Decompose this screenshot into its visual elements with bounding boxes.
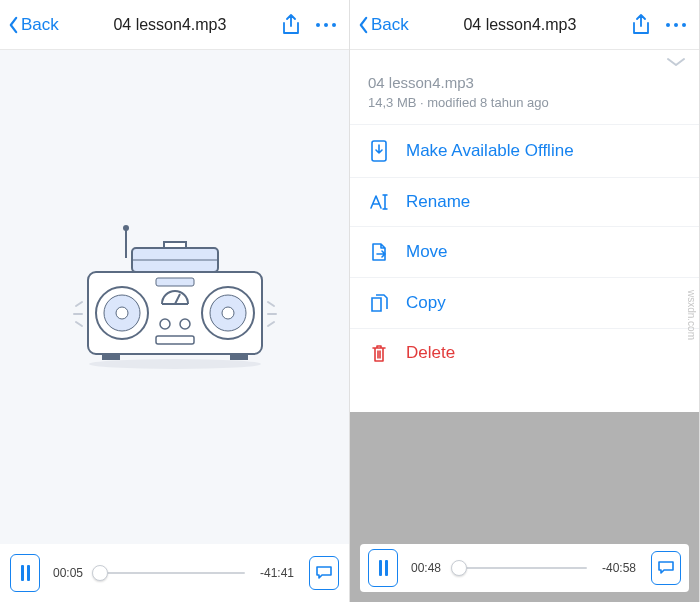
svg-point-24 bbox=[666, 23, 670, 27]
nav-actions bbox=[631, 14, 691, 36]
more-icon[interactable] bbox=[315, 22, 337, 28]
scrubber-thumb[interactable] bbox=[92, 565, 108, 581]
file-name: 04 lesson4.mp3 bbox=[368, 74, 681, 91]
svg-point-23 bbox=[89, 359, 261, 369]
watermark: wsxdn.com bbox=[686, 290, 697, 340]
svg-point-4 bbox=[123, 225, 129, 231]
file-subtitle: 14,3 MB · modified 8 tahun ago bbox=[368, 95, 681, 110]
player-controls: 00:48 -40:58 bbox=[360, 544, 689, 592]
rename-icon bbox=[368, 193, 390, 211]
back-label: Back bbox=[21, 15, 59, 35]
chevron-down-icon bbox=[665, 56, 687, 68]
back-button[interactable]: Back bbox=[8, 15, 59, 35]
back-label: Back bbox=[371, 15, 409, 35]
svg-point-25 bbox=[674, 23, 678, 27]
collapse-button[interactable] bbox=[350, 50, 699, 68]
back-button[interactable]: Back bbox=[358, 15, 409, 35]
chevron-left-icon bbox=[358, 16, 369, 34]
menu-label: Move bbox=[406, 242, 448, 262]
svg-rect-7 bbox=[164, 242, 186, 248]
svg-point-1 bbox=[324, 23, 328, 27]
menu-delete[interactable]: Delete bbox=[350, 328, 699, 377]
menu-label: Copy bbox=[406, 293, 446, 313]
scrubber[interactable] bbox=[96, 565, 245, 581]
comment-icon bbox=[315, 565, 333, 581]
player-controls: 00:05 -41:41 bbox=[0, 544, 349, 602]
pause-button[interactable] bbox=[10, 554, 40, 592]
comment-button[interactable] bbox=[309, 556, 339, 590]
comment-button[interactable] bbox=[651, 551, 681, 585]
download-to-device-icon bbox=[368, 139, 390, 163]
nav-bar: Back 04 lesson4.mp3 bbox=[350, 0, 699, 50]
menu-copy[interactable]: Copy bbox=[350, 277, 699, 328]
remaining-time: -41:41 bbox=[253, 566, 301, 580]
menu-label: Rename bbox=[406, 192, 470, 212]
svg-point-2 bbox=[332, 23, 336, 27]
move-icon bbox=[368, 241, 390, 263]
player-screen: Back 04 lesson4.mp3 bbox=[0, 0, 350, 602]
trash-icon bbox=[368, 343, 390, 363]
share-icon[interactable] bbox=[281, 14, 301, 36]
file-meta: 04 lesson4.mp3 14,3 MB · modified 8 tahu… bbox=[350, 68, 699, 124]
pause-icon bbox=[379, 560, 388, 576]
scrubber-thumb[interactable] bbox=[451, 560, 467, 576]
menu-rename[interactable]: Rename bbox=[350, 177, 699, 226]
boombox-icon bbox=[70, 220, 280, 374]
svg-rect-17 bbox=[156, 278, 194, 286]
chevron-left-icon bbox=[8, 16, 19, 34]
svg-rect-22 bbox=[230, 354, 248, 360]
comment-icon bbox=[657, 560, 675, 576]
nav-bar: Back 04 lesson4.mp3 bbox=[0, 0, 349, 50]
remaining-time: -40:58 bbox=[595, 561, 643, 575]
svg-point-26 bbox=[682, 23, 686, 27]
svg-point-19 bbox=[180, 319, 190, 329]
file-actions-screen: Back 04 lesson4.mp3 04 lesson4.mp3 14,3 … bbox=[350, 0, 700, 602]
menu-move[interactable]: Move bbox=[350, 226, 699, 277]
page-title: 04 lesson4.mp3 bbox=[413, 16, 627, 34]
copy-icon bbox=[368, 292, 390, 314]
pause-button[interactable] bbox=[368, 549, 398, 587]
page-title: 04 lesson4.mp3 bbox=[63, 16, 277, 34]
menu-label: Delete bbox=[406, 343, 455, 363]
elapsed-time: 00:48 bbox=[406, 561, 446, 575]
menu-make-available-offline[interactable]: Make Available Offline bbox=[350, 124, 699, 177]
menu-label: Make Available Offline bbox=[406, 141, 574, 161]
nav-actions bbox=[281, 14, 341, 36]
more-icon[interactable] bbox=[665, 22, 687, 28]
share-icon[interactable] bbox=[631, 14, 651, 36]
svg-point-14 bbox=[222, 307, 234, 319]
svg-point-11 bbox=[116, 307, 128, 319]
svg-point-18 bbox=[160, 319, 170, 329]
svg-rect-21 bbox=[102, 354, 120, 360]
player-illustration-area bbox=[0, 50, 349, 544]
actions-panel: 04 lesson4.mp3 14,3 MB · modified 8 tahu… bbox=[350, 50, 699, 602]
elapsed-time: 00:05 bbox=[48, 566, 88, 580]
pause-icon bbox=[21, 565, 30, 581]
action-menu: Make Available Offline Rename Move Copy bbox=[350, 124, 699, 377]
svg-rect-20 bbox=[156, 336, 194, 344]
svg-point-0 bbox=[316, 23, 320, 27]
scrubber[interactable] bbox=[454, 560, 587, 576]
